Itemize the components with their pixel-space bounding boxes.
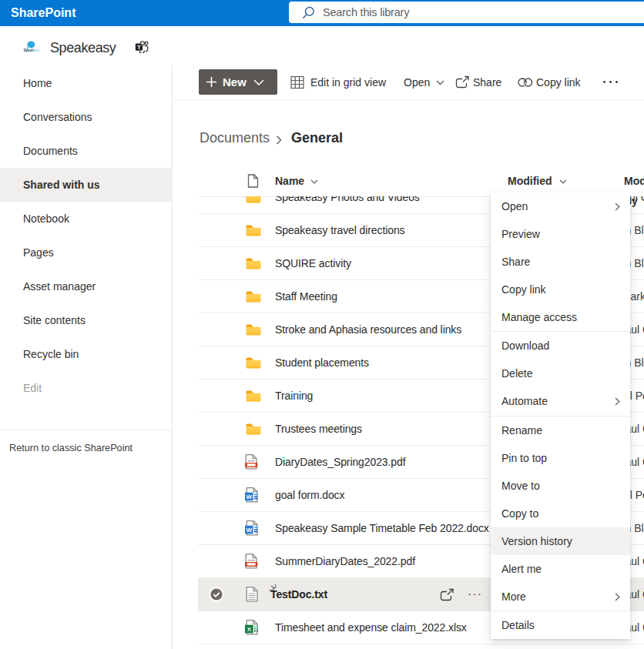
svg-text:W: W [247,493,253,500]
svg-text:T: T [137,44,141,51]
svg-text:X: X [247,626,252,633]
svg-text:easy: easy [32,49,40,52]
svg-text:W: W [247,527,253,534]
